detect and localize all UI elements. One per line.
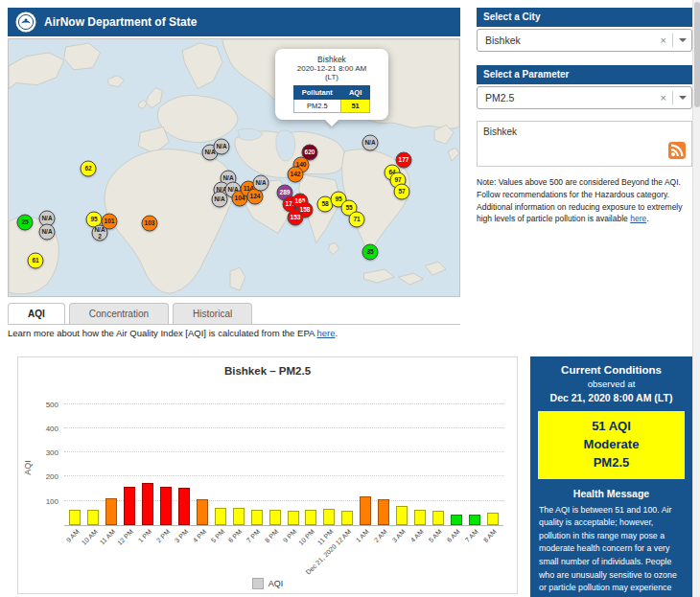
chart-bar[interactable] — [323, 509, 335, 525]
chevron-down-icon[interactable] — [679, 96, 687, 103]
map[interactable]: 25N/AN/A616295N/A 2101103N/AN/AN/AN/AN/A… — [8, 38, 460, 297]
chart-bar[interactable] — [160, 487, 172, 525]
map-marker[interactable]: 101 — [102, 214, 118, 230]
note-prefix: Note: Values above 500 are considered Be… — [477, 177, 683, 223]
chart-bar[interactable] — [142, 483, 153, 525]
note-suffix: . — [646, 214, 648, 223]
map-marker[interactable]: 103 — [142, 216, 158, 232]
map-popup: Bishkek 2020-12-21 8:00 AM (LT) Pollutan… — [275, 49, 388, 120]
legend-swatch — [252, 578, 264, 589]
x-axis-tick-label: 6 PM — [227, 528, 244, 544]
map-marker[interactable]: 153 — [288, 210, 304, 226]
aqi-category: Moderate — [542, 436, 681, 454]
map-marker[interactable]: 25 — [17, 215, 34, 231]
chart-bar-slot: 3 PM — [175, 392, 194, 525]
chart-bar[interactable] — [396, 506, 408, 525]
chart-bar[interactable] — [87, 510, 99, 525]
x-axis-tick-label: 5 PM — [209, 528, 225, 544]
aqi-summary-box: 51 AQI Moderate PM2.5 — [538, 411, 685, 479]
parameter-select[interactable]: PM2.5 × — [477, 86, 692, 109]
map-marker[interactable]: 35 — [362, 244, 379, 261]
map-markers-layer: 25N/AN/A616295N/A 2101103N/AN/AN/AN/AN/A… — [9, 39, 459, 296]
chart-bar[interactable] — [233, 508, 245, 525]
popup-pollutant-value: PM2.5 — [293, 100, 340, 113]
map-marker[interactable]: 57 — [394, 184, 410, 200]
city-select[interactable]: Bishkek × — [477, 29, 692, 52]
tab-concentration[interactable]: Concentration — [69, 303, 169, 324]
epa-link[interactable]: here — [316, 328, 335, 338]
map-marker[interactable]: 61 — [28, 253, 44, 269]
feed-box: Bishkek — [477, 121, 692, 167]
chart-bar[interactable] — [69, 510, 81, 525]
chart-bar[interactable] — [215, 508, 226, 525]
current-conditions-panel: Current Conditions observed at Dec 21, 2… — [530, 356, 692, 597]
x-axis-tick-label: 10 AM — [80, 528, 98, 546]
popup-aqi-value: 51 — [340, 100, 369, 113]
city-select-value: Bishkek — [485, 34, 661, 46]
chart-bar-slot: 8 AM — [483, 392, 502, 525]
chart-bar-slot: 1 PM — [139, 392, 157, 525]
chart-title: Bishkek – PM2.5 — [18, 365, 517, 377]
chart-bar[interactable] — [251, 510, 263, 525]
chart-bar[interactable] — [197, 499, 208, 525]
health-message-header: Health Message — [530, 488, 692, 499]
x-axis-tick-label: 4 AM — [409, 528, 425, 543]
map-marker[interactable]: 142 — [288, 167, 304, 183]
chart-panel: Bishkek – PM2.5 AQI 1002003004005009 AM1… — [17, 356, 518, 594]
chart-bar-slot: 10 AM — [84, 392, 103, 525]
chart-bar[interactable] — [414, 510, 426, 525]
x-axis-tick-label: 10 PM — [297, 528, 315, 546]
chart-bar[interactable] — [487, 513, 499, 525]
chart-bar[interactable] — [469, 515, 480, 525]
chart-bar-slot: 11 AM — [103, 392, 121, 525]
tab-aqi[interactable]: AQI — [8, 303, 65, 324]
city-clear-icon[interactable]: × — [661, 34, 666, 46]
map-marker[interactable]: N/A — [212, 192, 228, 208]
chart-bar-slot: Dec 21, 2020 12 AM — [338, 392, 357, 525]
parameter-clear-icon[interactable]: × — [661, 92, 666, 103]
scrollbar-thumb[interactable] — [694, 2, 700, 107]
rss-icon[interactable] — [668, 142, 686, 161]
map-marker[interactable]: 177 — [396, 152, 412, 169]
map-marker[interactable]: N/A — [253, 175, 269, 192]
chart-bar-slot: 5 PM — [211, 392, 229, 525]
chevron-down-icon[interactable] — [679, 38, 687, 46]
learn-more-suffix: . — [335, 328, 338, 338]
x-axis-tick-label: 3 PM — [173, 528, 189, 544]
map-marker[interactable]: N/A — [39, 224, 56, 241]
chart-bar-slot: 7 PM — [247, 392, 266, 525]
x-axis-tick-label: 6 AM — [446, 528, 461, 543]
chart-legend[interactable]: AQI — [18, 578, 517, 589]
chart-bar[interactable] — [269, 510, 281, 525]
chart-bar-slot: 9 AM — [66, 392, 84, 525]
popup-timezone: (LT) — [281, 73, 383, 81]
chart-bar-slot: 6 AM — [447, 392, 465, 525]
scrollbar[interactable] — [692, 0, 700, 597]
chart-bar[interactable] — [341, 511, 353, 525]
tab-historical[interactable]: Historical — [173, 303, 252, 324]
chart-bar[interactable] — [124, 487, 135, 525]
x-axis-tick-label: 8 AM — [481, 528, 497, 543]
x-axis-tick-label: 1 AM — [355, 528, 370, 543]
chart-bar-slot: 4 PM — [193, 392, 211, 525]
chart-bar[interactable] — [378, 499, 389, 525]
map-marker[interactable]: 71 — [349, 212, 365, 228]
x-axis-tick-label: 8 PM — [264, 528, 280, 544]
chart-bar[interactable] — [178, 488, 190, 525]
chart-bar[interactable] — [432, 511, 444, 525]
chart-bar[interactable] — [360, 496, 371, 525]
x-axis-tick-label: 5 AM — [428, 528, 443, 543]
map-marker[interactable]: N/A — [214, 139, 230, 155]
chart-bar-slot: 1 AM — [357, 392, 375, 525]
parameter-select-value: PM2.5 — [485, 92, 661, 103]
map-marker[interactable]: N/A — [362, 135, 379, 151]
chart-bar[interactable] — [288, 511, 299, 525]
chart-bar[interactable] — [305, 510, 316, 525]
x-axis-tick-label: 11 AM — [99, 528, 117, 546]
x-axis-tick-label: 4 PM — [191, 528, 207, 544]
chart-bar[interactable] — [451, 515, 462, 525]
map-marker[interactable]: 62 — [81, 161, 97, 177]
note-link[interactable]: here — [630, 214, 646, 223]
chart-bar[interactable] — [105, 498, 117, 525]
chart-bar-slot: 10 PM — [302, 392, 320, 525]
